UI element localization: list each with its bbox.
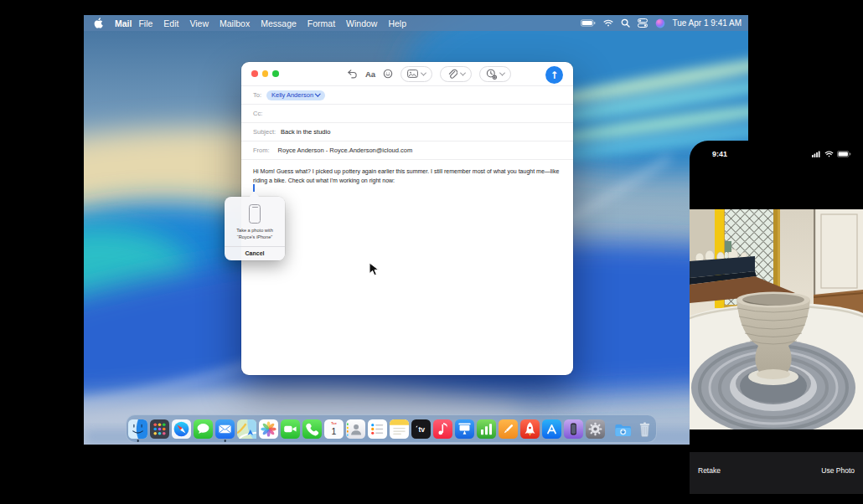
recipient-name: Kelly Anderson — [271, 91, 313, 99]
dock-app-mail[interactable] — [215, 419, 235, 439]
dock-app-downloads[interactable] — [613, 419, 633, 439]
dock-app-photos[interactable] — [259, 419, 278, 439]
menu-window[interactable]: Window — [346, 18, 377, 28]
wifi-icon — [824, 151, 834, 157]
dock-app-launchpad[interactable] — [150, 419, 169, 439]
mouse-cursor — [369, 262, 380, 280]
menu-file[interactable]: File — [138, 18, 152, 28]
chevron-down-icon — [421, 69, 426, 75]
menu-clock[interactable]: Tue Apr 1 9:41 AM — [673, 18, 742, 28]
mac-desktop: Mail FileEditViewMailboxMessageFormatWin… — [84, 15, 748, 445]
compose-toolbar: Aa ↑ — [241, 62, 573, 86]
undo-icon[interactable] — [347, 69, 358, 79]
text-caret — [253, 184, 255, 192]
compose-header-fields: To: Kelly Anderson Cc: Subject: Back in … — [241, 86, 573, 160]
control-center-icon[interactable] — [638, 18, 648, 28]
dock-app-appstore[interactable] — [542, 419, 561, 439]
battery-icon[interactable] — [581, 19, 596, 27]
menu-view[interactable]: View — [189, 18, 209, 28]
popover-title-line2: “Royce's iPhone” — [227, 234, 282, 241]
iphone-status-time: 9:41 — [712, 150, 727, 158]
menu-bar: Mail FileEditViewMailboxMessageFormatWin… — [84, 15, 748, 31]
format-text-button[interactable]: Aa — [365, 69, 375, 79]
svg-text:Tue: Tue — [331, 422, 337, 425]
subject-label: Subject: — [253, 128, 276, 136]
popover-title: Take a photo with “Royce's iPhone” — [225, 228, 285, 241]
dock-app-calendar[interactable]: Tue1 — [324, 419, 344, 439]
apple-menu-icon[interactable] — [94, 18, 103, 28]
cc-field[interactable]: Cc: — [241, 105, 573, 123]
dock-app-pages[interactable] — [499, 419, 518, 439]
menu-help[interactable]: Help — [388, 18, 406, 28]
chevron-down-icon — [499, 69, 505, 75]
svg-text:1: 1 — [332, 425, 337, 435]
from-field[interactable]: From: Royce Anderson - Royce.Anderson@ic… — [241, 141, 573, 160]
battery-icon — [837, 151, 851, 157]
continuity-camera-popover: Take a photo with “Royce's iPhone” Cance… — [225, 197, 285, 260]
running-indicator — [137, 440, 139, 442]
dock-app-appletv[interactable]: tv — [411, 419, 431, 439]
attachment-button[interactable] — [440, 66, 472, 82]
dock-app-finder[interactable] — [128, 419, 147, 439]
dock-app-keynote[interactable] — [455, 419, 474, 439]
dock-app-iphone-app[interactable] — [564, 419, 583, 439]
chevron-down-icon — [460, 69, 466, 75]
running-indicator — [224, 440, 226, 442]
dock-app-safari[interactable] — [172, 419, 191, 439]
cellular-signal-icon — [812, 151, 821, 157]
mail-compose-window: Aa ↑ — [241, 62, 573, 375]
dock-app-notes[interactable] — [390, 419, 409, 439]
to-label: To: — [253, 91, 261, 99]
menu-mailbox[interactable]: Mailbox — [220, 18, 250, 28]
dock-app-messages[interactable] — [194, 419, 213, 439]
menu-app-name[interactable]: Mail — [115, 18, 132, 28]
from-label: From: — [253, 147, 270, 154]
cancel-button[interactable]: Cancel — [225, 247, 285, 260]
zoom-window-button[interactable] — [272, 70, 279, 77]
recipient-token[interactable]: Kelly Anderson — [266, 90, 325, 100]
dock-app-numbers[interactable] — [477, 419, 496, 439]
iphone-camera-panel: 9:41 — [690, 141, 863, 504]
dock-app-phone[interactable] — [302, 419, 322, 439]
dock-app-settings[interactable] — [586, 419, 605, 439]
from-value: Royce Anderson - Royce.Anderson@icloud.c… — [278, 147, 413, 154]
use-photo-button[interactable]: Use Photo — [821, 466, 855, 475]
to-field[interactable]: To: Kelly Anderson — [241, 86, 573, 105]
window-controls — [251, 70, 279, 77]
dock-app-music[interactable] — [433, 419, 452, 439]
iphone-status-icons — [812, 151, 851, 157]
dock-app-trash[interactable] — [635, 419, 654, 439]
dock-app-maps[interactable] — [237, 419, 256, 439]
siri-icon[interactable] — [655, 18, 665, 28]
spotlight-icon[interactable] — [621, 18, 630, 28]
send-later-button[interactable] — [479, 66, 511, 82]
menu-bar-status: Tue Apr 1 9:41 AM — [581, 18, 742, 28]
retake-button[interactable]: Retake — [698, 466, 721, 475]
minimize-window-button[interactable] — [262, 70, 269, 77]
message-body[interactable]: Hi Mom! Guess what? I picked up pottery … — [241, 160, 573, 186]
menu-edit[interactable]: Edit — [163, 18, 178, 28]
menu-item-list: FileEditViewMailboxMessageFormatWindowHe… — [138, 18, 406, 28]
emoji-picker-icon[interactable] — [383, 69, 393, 79]
dock-app-contacts[interactable] — [346, 419, 365, 439]
menu-message[interactable]: Message — [261, 18, 297, 28]
dock: Tue1tv — [126, 414, 657, 443]
photo-browser-button[interactable] — [400, 66, 432, 82]
camera-action-bar: Retake Use Photo — [690, 452, 863, 494]
dock-app-reminders[interactable] — [368, 419, 387, 439]
subject-value: Back in the studio — [281, 128, 330, 136]
svg-text:tv: tv — [418, 425, 425, 434]
dock-app-facetime[interactable] — [281, 419, 300, 439]
wifi-icon[interactable] — [603, 19, 613, 27]
dock-app-rocket[interactable] — [520, 419, 540, 439]
cc-label: Cc: — [253, 110, 262, 117]
close-window-button[interactable] — [251, 70, 258, 77]
popover-title-line1: Take a photo with — [227, 228, 282, 234]
chevron-down-icon — [315, 91, 320, 96]
pottery-photo — [690, 209, 863, 429]
screenshot-stage: Mail FileEditViewMailboxMessageFormatWin… — [0, 0, 863, 504]
iphone-outline-icon — [249, 204, 261, 224]
menu-format[interactable]: Format — [307, 18, 335, 28]
subject-field[interactable]: Subject: Back in the studio — [241, 123, 573, 141]
send-button[interactable]: ↑ — [545, 66, 563, 84]
